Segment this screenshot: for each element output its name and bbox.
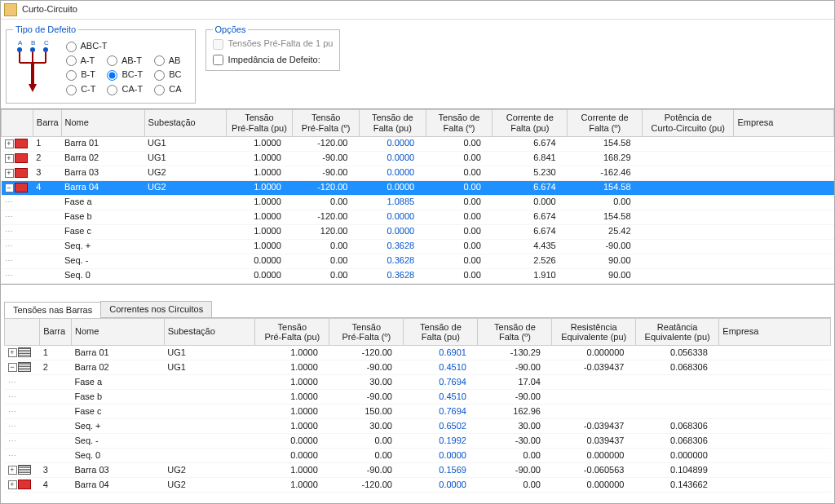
tree-branch-icon: ⋯ bbox=[5, 227, 13, 236]
svg-text:A: A bbox=[18, 39, 23, 46]
h2-c3[interactable]: Tensão deFalta (pu) bbox=[404, 318, 478, 345]
tree-branch-icon: ⋯ bbox=[5, 197, 13, 206]
radio-b-t[interactable]: B-T bbox=[66, 69, 95, 79]
table-row[interactable]: ⋯Seq. 00.00000.000.36280.001.91090.00 bbox=[2, 268, 834, 283]
h-c4[interactable]: Tensão deFalta (º) bbox=[426, 109, 493, 136]
table-row[interactable]: ⋯Seq. -0.00000.000.1992-30.000.0394370.0… bbox=[5, 433, 831, 448]
table-row[interactable]: +3Barra 03UG21.0000-90.000.00000.005.230… bbox=[2, 166, 834, 180]
tree-branch-icon: ⋯ bbox=[8, 436, 16, 445]
expand-icon[interactable]: + bbox=[8, 348, 17, 357]
svg-point-5 bbox=[43, 47, 48, 52]
expand-icon[interactable]: + bbox=[8, 480, 17, 489]
tree-branch-icon: ⋯ bbox=[8, 392, 16, 401]
h2-c2[interactable]: TensãoPré-Falta (º) bbox=[329, 318, 404, 345]
row-icon bbox=[18, 465, 31, 475]
radio-c-t[interactable]: C-T bbox=[66, 84, 95, 94]
table-row[interactable]: ⋯Seq. -0.00000.000.36280.002.52690.00 bbox=[2, 254, 834, 268]
row-icon bbox=[18, 347, 31, 357]
row-icon bbox=[15, 139, 28, 148]
h-emp[interactable]: Empresa bbox=[734, 109, 834, 136]
table-row[interactable]: +4Barra 04UG21.0000-120.000.00000.000.00… bbox=[5, 477, 831, 492]
tree-branch-icon: ⋯ bbox=[8, 422, 16, 431]
h2-barra[interactable]: Barra bbox=[40, 318, 72, 345]
table-row[interactable]: ⋯Seq. +1.00000.000.36280.004.435-90.00 bbox=[2, 239, 834, 254]
app-icon bbox=[4, 3, 17, 16]
h2-c1[interactable]: TensãoPré-Falta (pu) bbox=[255, 318, 329, 345]
svg-point-3 bbox=[17, 47, 22, 52]
table-row[interactable]: ⋯Fase b1.0000-120.000.00000.006.674154.5… bbox=[2, 210, 834, 224]
table-row[interactable]: +1Barra 01UG11.0000-120.000.00000.006.67… bbox=[2, 136, 834, 151]
radio-ca-t[interactable]: CA-T bbox=[107, 84, 143, 94]
svg-text:B: B bbox=[31, 39, 35, 46]
h-sub[interactable]: Subestação bbox=[144, 109, 226, 136]
svg-marker-11 bbox=[29, 84, 37, 92]
phase-diagram: A B C bbox=[13, 38, 49, 95]
table-row[interactable]: ⋯Seq. +1.000030.000.650230.00-0.0394370.… bbox=[5, 418, 831, 433]
row-icon bbox=[15, 183, 28, 192]
tabstrip: Tensões nas Barras Correntes nos Circuit… bbox=[4, 301, 831, 318]
row-icon bbox=[18, 362, 31, 372]
table-row[interactable]: ⋯Fase a1.00000.001.08850.000.0000.00 bbox=[2, 195, 834, 210]
expand-icon[interactable]: + bbox=[5, 139, 14, 148]
radio-ab-t[interactable]: AB-T bbox=[107, 55, 142, 65]
h-c5[interactable]: Corrente deFalta (pu) bbox=[493, 109, 568, 136]
h-c2[interactable]: TensãoPré-Falta (º) bbox=[293, 109, 360, 136]
tree-branch-icon: ⋯ bbox=[8, 378, 16, 387]
results-grid-2[interactable]: Barra Nome Subestação TensãoPré-Falta (p… bbox=[4, 318, 831, 493]
table-row[interactable]: ⋯Seq. 00.00000.000.00000.000.0000000.000… bbox=[5, 448, 831, 462]
radio-bc[interactable]: BC bbox=[154, 69, 181, 79]
tree-branch-icon: ⋯ bbox=[5, 271, 13, 280]
h-c6[interactable]: Corrente deFalta (º) bbox=[568, 109, 643, 136]
defect-type-group: Tipo de Defeito A B C bbox=[6, 24, 196, 104]
expand-icon[interactable]: + bbox=[5, 169, 14, 178]
radio-a-t[interactable]: A-T bbox=[66, 55, 95, 65]
table-row[interactable]: +3Barra 03UG21.0000-90.000.1569-90.00-0.… bbox=[5, 462, 831, 477]
table-row[interactable]: +2Barra 02UG11.0000-90.000.00000.006.841… bbox=[2, 151, 834, 166]
table-row[interactable]: ⋯Fase a1.000030.000.769417.04 bbox=[5, 374, 831, 389]
h-barra[interactable]: Barra bbox=[33, 109, 61, 136]
radio-ca[interactable]: CA bbox=[154, 84, 181, 94]
table-row[interactable]: −4Barra 04UG21.0000-120.000.00000.006.67… bbox=[2, 180, 834, 195]
window-title: Curto-Circuito bbox=[22, 4, 77, 15]
collapse-icon[interactable]: − bbox=[8, 363, 17, 372]
options-group: Opções Tensões Pré-Falta de 1 pu Impedân… bbox=[205, 24, 341, 71]
h-c1[interactable]: TensãoPré-Falta (pu) bbox=[226, 109, 293, 136]
h2-c5[interactable]: ResistênciaEquivalente (pu) bbox=[552, 318, 635, 345]
tree-branch-icon: ⋯ bbox=[5, 241, 13, 250]
tab-correntes[interactable]: Correntes nos Circuitos bbox=[100, 301, 212, 317]
tree-branch-icon: ⋯ bbox=[5, 212, 13, 221]
tab-tensoes[interactable]: Tensões nas Barras bbox=[4, 302, 101, 318]
results-grid-1[interactable]: Barra Nome Subestação TensãoPré-Falta (p… bbox=[1, 108, 834, 285]
table-row[interactable]: +1Barra 01UG11.0000-120.000.6901-130.290… bbox=[5, 345, 831, 360]
table-row[interactable]: −2Barra 02UG11.0000-90.000.4510-90.00-0.… bbox=[5, 360, 831, 374]
tree-branch-icon: ⋯ bbox=[8, 407, 16, 416]
h-c3[interactable]: Tensão deFalta (pu) bbox=[359, 109, 426, 136]
chk-prefault[interactable]: Tensões Pré-Falta de 1 pu bbox=[213, 38, 334, 48]
collapse-icon[interactable]: − bbox=[5, 183, 14, 192]
h2-nome[interactable]: Nome bbox=[71, 318, 164, 345]
svg-text:C: C bbox=[44, 39, 49, 46]
window-titlebar: Curto-Circuito bbox=[1, 1, 834, 20]
table-row[interactable]: ⋯Fase c1.0000120.000.00000.006.67425.42 bbox=[2, 224, 834, 239]
h2-emp[interactable]: Empresa bbox=[719, 318, 831, 345]
h2-c4[interactable]: Tensão deFalta (º) bbox=[478, 318, 552, 345]
chk-impedance[interactable]: Impedância de Defeito: bbox=[213, 55, 320, 64]
row-icon bbox=[18, 480, 31, 489]
row-icon bbox=[15, 153, 28, 163]
tree-branch-icon: ⋯ bbox=[8, 451, 16, 460]
defect-type-legend: Tipo de Defeito bbox=[13, 24, 78, 35]
svg-point-4 bbox=[30, 47, 35, 52]
expand-icon[interactable]: + bbox=[8, 466, 17, 475]
h-c7[interactable]: Potência deCurto-Circuito (pu) bbox=[643, 109, 734, 136]
table-row[interactable]: ⋯Fase c1.0000150.000.7694162.96 bbox=[5, 404, 831, 418]
table-row[interactable]: ⋯Fase b1.0000-90.000.4510-90.00 bbox=[5, 389, 831, 404]
radio-abc-t[interactable]: ABC-T bbox=[66, 41, 107, 51]
tree-branch-icon: ⋯ bbox=[5, 256, 13, 265]
options-legend: Opções bbox=[213, 24, 249, 35]
radio-ab[interactable]: AB bbox=[154, 55, 180, 65]
radio-bc-t[interactable]: BC-T bbox=[107, 69, 143, 79]
expand-icon[interactable]: + bbox=[5, 154, 14, 163]
h2-sub[interactable]: Subestação bbox=[164, 318, 255, 345]
h2-c6[interactable]: ReatânciaEquivalente (pu) bbox=[635, 318, 718, 345]
h-nome[interactable]: Nome bbox=[61, 109, 144, 136]
